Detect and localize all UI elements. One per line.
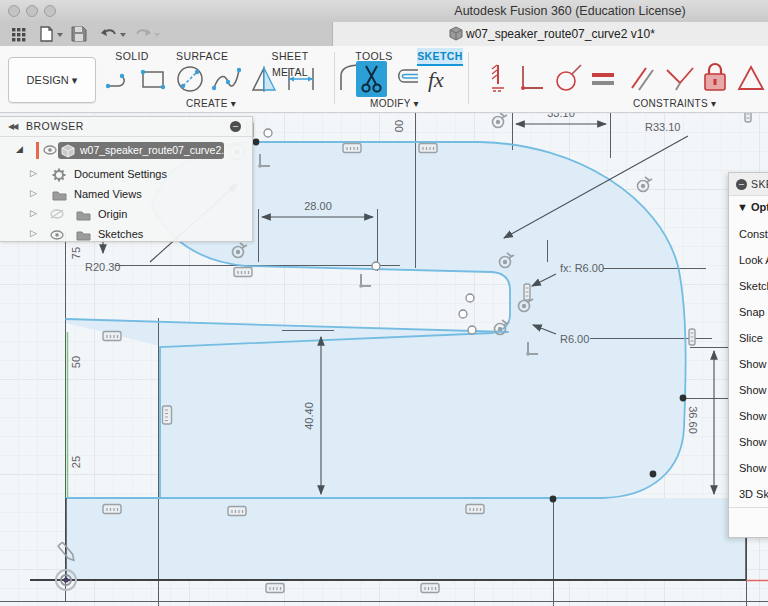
browser-item-sketches[interactable]: ▷ Sketches xyxy=(0,225,252,245)
dim-height-right[interactable]: 36.60 xyxy=(687,406,699,434)
palette-item-look-at[interactable]: Look At xyxy=(739,247,768,273)
dim-left-50[interactable]: 50 xyxy=(70,356,82,368)
hidden-eye-icon[interactable] xyxy=(50,209,64,219)
item-label: Named Views xyxy=(74,188,142,200)
disclosure-icon[interactable]: ▷ xyxy=(30,188,37,198)
palette-item-construction[interactable]: Construction xyxy=(739,221,768,247)
component-cube-icon xyxy=(61,144,75,158)
browser-collapse-icon[interactable]: ◀◀ xyxy=(8,122,16,131)
document-tab[interactable]: w07_speaker_route07_curve2 v10* xyxy=(332,22,768,46)
minimize-window-button[interactable] xyxy=(26,5,38,17)
dim-radius-tip-fx[interactable]: fx: R6.00 xyxy=(560,262,604,274)
dim-radius-top-right[interactable]: R33.10 xyxy=(645,121,680,133)
sketch-dimension-tool-icon[interactable] xyxy=(284,60,318,98)
dim-left-75[interactable]: 75 xyxy=(70,247,82,259)
fix-constraint-icon[interactable] xyxy=(486,60,510,98)
spline-tool-icon[interactable] xyxy=(211,60,243,98)
close-window-button[interactable] xyxy=(8,5,20,17)
palette-options-section[interactable]: ▼ Options xyxy=(737,201,768,213)
circle-tool-icon[interactable] xyxy=(174,60,206,98)
dim-radius-left[interactable]: R20.30 xyxy=(85,261,120,273)
quick-access-toolbar: w07_speaker_route07_curve2 v10* xyxy=(0,22,768,46)
selection-accent-bar xyxy=(36,142,39,159)
item-label: Origin xyxy=(98,208,127,220)
item-label: Document Settings xyxy=(74,168,167,180)
disclosure-icon[interactable]: ▷ xyxy=(30,208,37,218)
visibility-eye-icon[interactable] xyxy=(50,230,64,240)
group-label-create[interactable]: CREATE ▾ xyxy=(186,98,236,109)
folder-icon xyxy=(52,189,67,201)
mirror-tool-icon[interactable] xyxy=(249,60,279,98)
browser-header[interactable]: ◀◀ BROWSER – xyxy=(0,117,252,137)
dim-radius-tip[interactable]: R6.00 xyxy=(560,333,589,345)
browser-item-document-settings[interactable]: ▷ Document Settings xyxy=(0,165,252,185)
polygon-constraint-icon[interactable] xyxy=(736,60,766,98)
zoom-window-button[interactable] xyxy=(44,5,56,17)
palette-item-show-profile[interactable]: Show Profile xyxy=(739,351,768,377)
group-label-constraints[interactable]: CONSTRAINTS ▾ xyxy=(633,98,716,109)
equal-constraint-icon[interactable] xyxy=(588,60,618,98)
change-parameters-fx-icon[interactable]: fx xyxy=(424,60,462,98)
dim-width-mid[interactable]: 28.00 xyxy=(304,200,332,212)
palette-item-slice[interactable]: Slice xyxy=(739,325,768,351)
trim-scissors-icon[interactable] xyxy=(358,62,386,96)
dim-height-mid[interactable]: 40.40 xyxy=(303,402,315,430)
browser-item-origin[interactable]: ▷ Origin xyxy=(0,205,252,225)
palette-separator xyxy=(729,507,768,508)
parallel-constraint-icon[interactable] xyxy=(626,60,658,98)
palette-item-show-points[interactable]: Show Points xyxy=(739,377,768,403)
browser-item-named-views[interactable]: ▷ Named Views xyxy=(0,185,252,205)
disclosure-icon[interactable]: ▷ xyxy=(30,168,37,178)
browser-minus-icon[interactable]: – xyxy=(230,121,241,132)
folder-icon xyxy=(76,229,91,241)
disclosure-icon[interactable]: ▷ xyxy=(30,228,37,238)
item-label: Sketches xyxy=(98,228,143,240)
title-bar: Autodesk Fusion 360 (Education License) xyxy=(0,0,768,23)
visibility-eye-icon[interactable] xyxy=(43,145,57,155)
palette-item-show-dimensions[interactable]: Show Dimensions xyxy=(739,403,768,429)
root-disclosure-icon[interactable]: ◢ xyxy=(16,144,23,154)
symmetry-constraint-icon[interactable] xyxy=(662,60,696,98)
app-grid-icon[interactable] xyxy=(10,25,28,43)
browser-panel: ◀◀ BROWSER – ◢ w07_speaker_route07_curve… xyxy=(0,116,253,242)
palette-minus-icon[interactable]: – xyxy=(736,179,747,190)
save-icon[interactable] xyxy=(70,25,88,43)
sketch-palette-header[interactable]: – SKETCH PALETTE xyxy=(729,173,768,196)
tangent-constraint-icon[interactable] xyxy=(552,60,584,98)
window-title: Autodesk Fusion 360 (Education License) xyxy=(380,4,760,18)
sketch-palette-panel: – SKETCH PALETTE ▼ Options Construction … xyxy=(728,172,768,538)
design-workspace-menu[interactable]: DESIGN ▾ xyxy=(8,57,96,103)
root-item-label[interactable]: w07_speaker_route07_curve2... xyxy=(58,142,224,159)
folder-icon xyxy=(76,209,91,221)
document-tab-title: w07_speaker_route07_curve2 v10* xyxy=(466,27,655,41)
gear-icon xyxy=(52,168,66,182)
palette-title: SKETCH PALETTE xyxy=(751,178,768,190)
rectangle-tool-icon[interactable] xyxy=(138,60,168,98)
palette-item-sketch-grid[interactable]: Sketch Grid xyxy=(739,273,768,299)
palette-item-show-constraints[interactable]: Show Constraints xyxy=(739,429,768,455)
redo-icon[interactable] xyxy=(134,25,164,43)
palette-item-3d-sketch[interactable]: 3D Sketch xyxy=(739,481,768,507)
file-menu-icon[interactable] xyxy=(38,25,64,43)
group-label-modify[interactable]: MODIFY ▾ xyxy=(370,98,419,109)
dim-top-00[interactable]: 00 xyxy=(393,120,405,132)
palette-item-show-projected[interactable]: Show Projected Geometries xyxy=(739,455,768,481)
line-tool-icon[interactable] xyxy=(104,60,132,98)
document-cube-icon xyxy=(448,26,464,42)
palette-item-snap[interactable]: Snap xyxy=(739,299,768,325)
browser-title: BROWSER xyxy=(26,120,84,132)
perpendicular-constraint-icon[interactable] xyxy=(516,60,546,98)
svg-text:fx: fx xyxy=(428,67,444,92)
undo-icon[interactable] xyxy=(100,25,130,43)
offset-tool-icon[interactable] xyxy=(392,60,422,98)
ribbon-toolbar: DESIGN ▾ SOLID SURFACE SHEET METAL TOOLS… xyxy=(0,46,768,113)
lock-constraint-icon[interactable] xyxy=(700,60,730,98)
dim-left-25[interactable]: 25 xyxy=(70,456,82,468)
browser-root-item[interactable]: ◢ w07_speaker_route07_curve2... xyxy=(0,141,252,161)
